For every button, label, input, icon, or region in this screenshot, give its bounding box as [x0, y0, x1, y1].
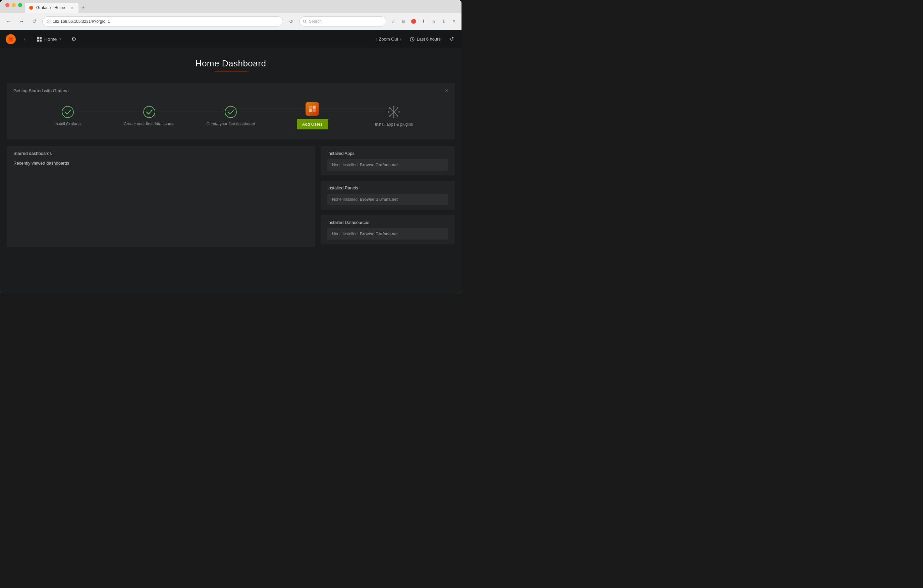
add-users-btn[interactable]: Add Users — [297, 119, 328, 129]
zoom-out-label: Zoom Out — [379, 36, 398, 42]
step-add-users: Add Users — [272, 102, 353, 129]
grafana-logo[interactable] — [5, 34, 16, 44]
nav-right: ‹ Zoom Out › Last 6 hours ↺ — [373, 34, 456, 44]
svg-point-28 — [399, 111, 400, 113]
info-icon: i — [47, 20, 51, 23]
main-content: Home Dashboard Getting Started with Graf… — [0, 48, 462, 294]
tab-close-btn[interactable]: × — [70, 5, 74, 10]
installed-datasources-browse-link[interactable]: Browse Grafana.net — [360, 232, 398, 236]
getting-started-title: Getting Started with Grafana — [13, 88, 69, 93]
tab-favicon-icon — [29, 5, 34, 10]
panel-close-btn[interactable]: × — [445, 87, 448, 93]
svg-point-32 — [389, 115, 390, 117]
svg-line-5 — [305, 22, 307, 23]
step-dashboard-label: Create your first dashboard — [206, 122, 255, 126]
home-label: Home — [44, 36, 57, 42]
refresh-icon: ↺ — [449, 36, 454, 42]
new-tab-btn[interactable]: + — [79, 3, 88, 12]
search-bar[interactable]: Search — [299, 16, 386, 26]
home-menu-btn[interactable]: Home ▾ — [34, 34, 64, 44]
nav-left: ‹ Home ▾ ⚙ — [5, 34, 79, 44]
tab-title: Grafana - Home — [36, 5, 65, 10]
starred-dashboards-title: Starred dashboards — [13, 151, 309, 156]
installed-panels-none: None installed. Browse Grafana.net — [327, 194, 448, 205]
home-nav-btn[interactable]: ⌂ — [430, 18, 437, 25]
url-bar[interactable]: i 192.168.56.105:32314/?orgId=1 — [42, 16, 283, 26]
grafana-logo-icon — [5, 34, 16, 44]
gear-icon: ⚙ — [71, 36, 76, 42]
zoom-out-btn[interactable]: ‹ Zoom Out › — [373, 35, 404, 44]
installed-apps-none: None installed. Browse Grafana.net — [327, 159, 448, 170]
title-underline — [214, 71, 248, 71]
svg-text:i: i — [48, 20, 49, 23]
time-range-label: Last 6 hours — [417, 36, 441, 42]
recently-viewed-title: Recently viewed dashboards — [13, 161, 309, 165]
installed-apps-title: Installed Apps — [327, 151, 448, 156]
step-plugins-label: Install apps & plugins — [375, 122, 413, 127]
step-datasource-label: Create your first data source — [124, 122, 174, 126]
search-icon — [303, 20, 307, 23]
svg-rect-18 — [313, 106, 315, 109]
home-chevron-icon: ▾ — [59, 37, 61, 41]
refresh-btn[interactable]: ↺ — [30, 17, 39, 26]
installed-apps-section: Installed Apps None installed. Browse Gr… — [320, 146, 455, 175]
nav-back-btn[interactable]: ‹ — [20, 34, 30, 44]
svg-point-31 — [397, 107, 399, 109]
chevron-right-icon: › — [399, 36, 401, 42]
svg-point-1 — [30, 7, 32, 9]
forward-btn[interactable]: → — [17, 17, 26, 26]
time-range-picker[interactable]: Last 6 hours — [406, 35, 444, 43]
dashboards-panel: Starred dashboards Recently viewed dashb… — [7, 146, 315, 247]
bookmark-btn[interactable]: ☆ — [390, 18, 397, 25]
page-refresh-btn[interactable]: ↺ — [286, 17, 296, 26]
installed-datasources-none-text: None installed. — [332, 232, 358, 236]
dashboard-refresh-btn[interactable]: ↺ — [447, 34, 456, 44]
svg-point-25 — [393, 106, 394, 107]
installed-datasources-none: None installed. Browse Grafana.net — [327, 228, 448, 240]
lower-panels: Starred dashboards Recently viewed dashb… — [7, 146, 455, 247]
dashboard-title-section: Home Dashboard — [7, 55, 455, 75]
window-controls — [3, 3, 25, 10]
pocket-btn[interactable]: 🔴 — [410, 18, 417, 25]
download-btn[interactable]: ⬇ — [420, 18, 427, 25]
menu-btn[interactable]: ≡ — [450, 18, 458, 25]
clock-icon — [410, 37, 415, 42]
maximize-window-btn[interactable] — [18, 3, 22, 7]
home-grid-icon — [37, 37, 41, 42]
step-install-grafana: Install Grafana — [27, 106, 108, 126]
installed-panels-none-text: None installed. — [332, 197, 358, 202]
step-datasource: Create your first data source — [108, 106, 190, 126]
svg-rect-17 — [309, 106, 312, 109]
chevron-left-icon: ‹ — [376, 36, 377, 42]
reader-btn[interactable]: ⊟ — [400, 18, 407, 25]
svg-point-26 — [393, 117, 394, 118]
browser-tab[interactable]: Grafana - Home × — [25, 3, 79, 13]
installed-panels-browse-link[interactable]: Browse Grafana.net — [360, 197, 398, 202]
steps-container: Install Grafana Create your first — [13, 99, 448, 133]
svg-rect-19 — [309, 109, 312, 112]
top-nav: ‹ Home ▾ ⚙ — [0, 30, 462, 48]
search-placeholder: Search — [309, 19, 322, 24]
browser-frame: Grafana - Home × + ← → ↺ i 192.168.56.10… — [0, 0, 462, 294]
installed-panels-title: Installed Panels — [327, 185, 448, 190]
add-users-icon — [305, 102, 319, 116]
installed-apps-browse-link[interactable]: Browse Grafana.net — [360, 162, 398, 167]
browser-actions: ☆ ⊟ 🔴 ⬇ ⌂ ℹ ≡ — [390, 18, 458, 25]
minimize-window-btn[interactable] — [12, 3, 16, 7]
svg-rect-20 — [313, 109, 315, 112]
grafana-app: ‹ Home ▾ ⚙ — [0, 30, 462, 294]
url-text: 192.168.56.105:32314/?orgId=1 — [53, 19, 110, 24]
panel-title-row: Getting Started with Grafana × — [13, 87, 448, 93]
tab-bar: Grafana - Home × + — [0, 0, 462, 13]
info-circle-btn[interactable]: ℹ — [440, 18, 447, 25]
sidebar-panels: Installed Apps None installed. Browse Gr… — [320, 146, 455, 247]
back-btn[interactable]: ← — [4, 17, 13, 26]
installed-panels-section: Installed Panels None installed. Browse … — [320, 181, 455, 210]
svg-point-30 — [397, 115, 399, 117]
getting-started-panel: Getting Started with Grafana × — [7, 83, 455, 139]
svg-point-4 — [304, 20, 306, 22]
dashboard-title: Home Dashboard — [7, 58, 455, 69]
settings-btn[interactable]: ⚙ — [68, 34, 79, 44]
step-install-label: Install Grafana — [55, 122, 81, 126]
close-window-btn[interactable] — [5, 3, 9, 7]
